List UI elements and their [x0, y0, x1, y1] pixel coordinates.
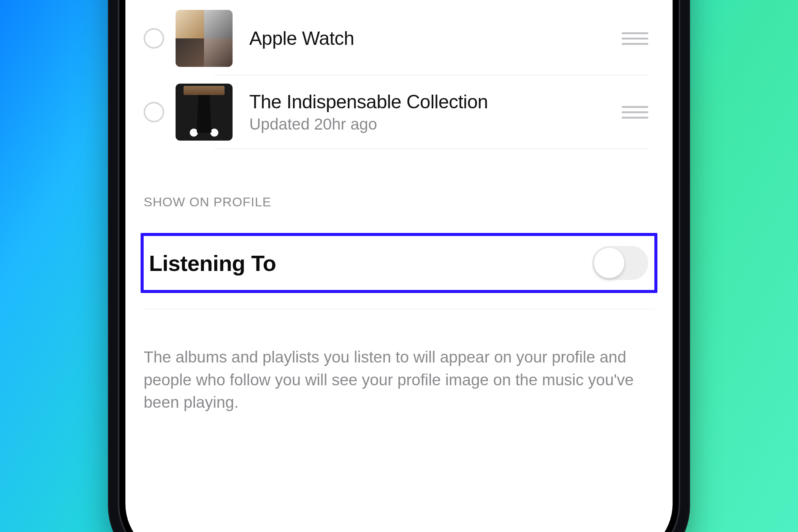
playlist-text: The Indispensable Collection Updated 20h…: [249, 91, 622, 133]
playlist-title: Apple Watch: [249, 27, 622, 49]
toggle-knob: [594, 248, 624, 278]
playlist-artwork: [176, 10, 233, 67]
playlist-row[interactable]: The Indispensable Collection Updated 20h…: [125, 75, 673, 149]
listening-to-label: Listening To: [147, 250, 592, 276]
playlist-subtitle: Updated 20hr ago: [249, 115, 622, 133]
row-separator: [214, 149, 648, 149]
listening-to-description: The albums and playlists you listen to w…: [125, 309, 673, 414]
phone-screen: Apple Watch The Indispensable Collection…: [125, 0, 673, 532]
phone-frame: Apple Watch The Indispensable Collection…: [108, 0, 690, 532]
listening-to-row-highlight: Listening To: [141, 233, 657, 293]
playlist-row[interactable]: Apple Watch: [125, 2, 673, 75]
playlist-title: The Indispensable Collection: [249, 91, 622, 113]
playlist-text: Apple Watch: [249, 27, 622, 49]
phone-bezel: Apple Watch The Indispensable Collection…: [118, 0, 680, 532]
listening-to-toggle[interactable]: [592, 246, 648, 280]
select-radio[interactable]: [144, 28, 164, 49]
section-header: SHOW ON PROFILE: [125, 149, 673, 222]
playlist-artwork: [176, 84, 233, 141]
drag-handle-icon[interactable]: [622, 106, 648, 119]
settings-content: Apple Watch The Indispensable Collection…: [125, 2, 673, 414]
drag-handle-icon[interactable]: [622, 32, 648, 45]
select-radio[interactable]: [144, 102, 164, 122]
